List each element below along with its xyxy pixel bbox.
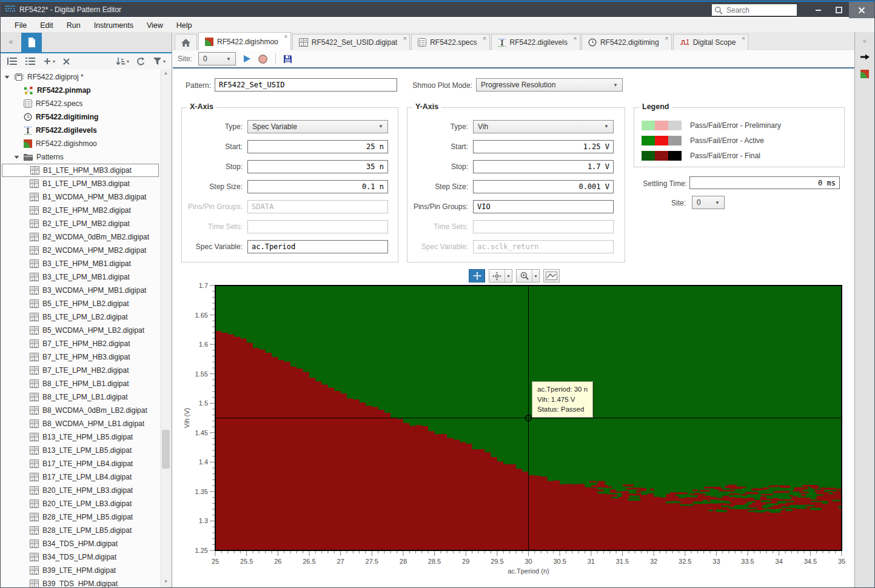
pattern-item[interactable]: 0H1LB5_WCDMA_HPM_LB2.digipat xyxy=(1,324,160,337)
pattern-item[interactable]: 0H1LB39_TDS_HPM.digipat xyxy=(1,577,160,587)
pattern-item[interactable]: 0H1LB20_LTE_LPM_LB3.digipat xyxy=(1,497,160,510)
pattern-item[interactable]: 0H1LB8_WCDMA_HPM_LB1.digipat xyxy=(1,417,160,430)
x-axis-step-size-input[interactable] xyxy=(247,180,388,193)
sidebar-tool-refresh-button[interactable] xyxy=(136,57,146,66)
pattern-item[interactable]: 0H1LB7_LTE_HPM_HB3.digipat xyxy=(1,350,160,364)
pattern-item[interactable]: 0H1LB2_LTE_LPM_MB2.digipat xyxy=(1,217,160,230)
pattern-item[interactable]: 0H1LB1_LTE_HPM_MB3.digipat xyxy=(2,164,159,177)
pattern-item[interactable]: 0H1LB8_LTE_HPM_LB1.digipat xyxy=(1,377,160,390)
menu-item-instruments[interactable]: Instruments xyxy=(87,21,140,30)
sidebar-tool-remove-button[interactable] xyxy=(62,58,70,65)
pattern-item[interactable]: 0H1LB3_WCDMA_HPM_MB1.digipat xyxy=(1,284,160,297)
tab-rf5422-specs[interactable]: RF5422.specs✕ xyxy=(411,34,489,50)
plot-tool-zoom-button[interactable]: ▾ xyxy=(516,269,540,282)
sidebar-tab-files[interactable] xyxy=(21,33,42,52)
sidebar-tool-outline-view-button[interactable] xyxy=(7,57,18,65)
shmoo-panel-icon[interactable] xyxy=(860,70,869,78)
pattern-input[interactable] xyxy=(215,78,397,92)
pattern-item[interactable]: 0H1LB5_LTE_HPM_LB2.digipat xyxy=(1,297,160,310)
pattern-item[interactable]: 0H1LB28_LTE_HPM_LB5.digipat xyxy=(1,510,160,524)
pattern-item[interactable]: 0H1LB3_LTE_LPM_MB1.digipat xyxy=(1,270,160,284)
y-axis-step-size-input[interactable] xyxy=(473,180,614,193)
tab-rf5422-digilevels[interactable]: RF5422.digilevels✕ xyxy=(491,34,580,50)
y-axis-type-select[interactable]: Vih▼ xyxy=(473,120,614,133)
x-axis-spec-variable-input[interactable] xyxy=(247,240,388,253)
pattern-item[interactable]: 0H1LB17_LTE_LPM_LB4.digipat xyxy=(1,470,160,484)
tree-item-rf5422-digishmoo[interactable]: RF5422.digishmoo xyxy=(1,137,160,150)
menu-item-edit[interactable]: Edit xyxy=(33,21,60,30)
shmoo-plot-mode-select[interactable]: Progressive Resolution ▼ xyxy=(476,78,623,92)
plot-tool-cursor-button[interactable] xyxy=(469,269,485,282)
pattern-item[interactable]: 0H1LB34_TDS_HPM.digipat xyxy=(1,537,160,550)
expander-icon[interactable] xyxy=(14,155,20,159)
pattern-item[interactable]: 0H1LB2_LTE_HPM_MB2.digipat xyxy=(1,204,160,217)
tab-rf5422-digitiming[interactable]: RF5422.digitiming✕ xyxy=(582,34,672,50)
tree-item-rf5422-specs[interactable]: RF5422.specs xyxy=(1,97,160,110)
pattern-item[interactable]: 0H1LB8_LTE_LPM_LB1.digipat xyxy=(1,390,160,404)
tab-digital-scope[interactable]: Digital Scope✕ xyxy=(673,34,749,50)
scroll-down-icon[interactable]: ▼ xyxy=(161,578,170,586)
site-select-secondary[interactable]: 0 ▼ xyxy=(692,196,725,209)
pattern-item[interactable]: 0H1LB13_LTE_HPM_LB5.digipat xyxy=(1,430,160,444)
tab-rf5422-digishmoo[interactable]: RF5422.digishmoo✕ xyxy=(198,32,291,50)
y-axis-pins-pin-groups-input[interactable] xyxy=(473,200,614,213)
minimize-button[interactable] xyxy=(808,2,828,18)
sidebar-tool-list-view-button[interactable] xyxy=(25,57,36,65)
tree-item-patterns[interactable]: Patterns xyxy=(1,150,160,164)
tree-item-rf5422-digilevels[interactable]: RF5422.digilevels xyxy=(1,124,160,137)
pattern-item[interactable]: 0H1LB7_LTE_LPM_HB2.digipat xyxy=(1,364,160,377)
menu-item-help[interactable]: Help xyxy=(170,21,199,30)
pattern-item[interactable]: 0H1LB7_LTE_HPM_HB2.digipat xyxy=(1,337,160,350)
pattern-item[interactable]: 0H1LB28_LTE_LPM_LB5.digipat xyxy=(1,524,160,537)
tree-item-rf5422-digiproj[interactable]: RF5422.digiproj * xyxy=(1,70,160,84)
close-tab-icon[interactable]: ✕ xyxy=(403,36,407,41)
sidebar-tool-sort-button[interactable]: ▾ xyxy=(115,57,129,66)
x-axis-type-select[interactable]: Spec Variable▼ xyxy=(247,120,388,133)
pattern-item[interactable]: 0H1LB2_WCDMA_HPM_MB2.digipat xyxy=(1,244,160,257)
close-tab-icon[interactable]: ✕ xyxy=(665,36,669,41)
close-tab-icon[interactable]: ✕ xyxy=(573,36,577,41)
x-axis-stop-input[interactable] xyxy=(247,160,388,173)
pattern-item[interactable]: 0H1LB39_LTE_HPM.digipat xyxy=(1,564,160,577)
menu-item-run[interactable]: Run xyxy=(60,21,87,30)
menu-item-view[interactable]: View xyxy=(140,21,170,30)
sidebar-tool-filter-button[interactable]: ▾ xyxy=(153,57,166,65)
settling-time-input[interactable] xyxy=(689,176,840,189)
y-axis-start-input[interactable] xyxy=(473,140,614,153)
stop-button[interactable] xyxy=(258,54,268,64)
sidebar-tool-add-button[interactable]: ▾ xyxy=(43,57,55,65)
tab-home[interactable] xyxy=(175,34,197,50)
plot-tool-pan-button[interactable]: ▾ xyxy=(489,269,512,282)
shmoo-plot[interactable]: 2525.52626.52727.52828.52929.53030.53131… xyxy=(181,282,851,580)
plot-tool-fit-button[interactable] xyxy=(543,269,560,282)
pattern-item[interactable]: 0H1LB13_LTE_LPM_LB5.digipat xyxy=(1,444,160,457)
y-axis-stop-input[interactable] xyxy=(473,160,614,173)
scroll-up-icon[interactable]: ▲ xyxy=(161,69,170,78)
run-button[interactable] xyxy=(242,54,252,64)
tree-scrollbar[interactable]: ▲ ▼ xyxy=(161,69,170,586)
x-axis-start-input[interactable] xyxy=(247,140,388,153)
close-button[interactable] xyxy=(849,2,874,18)
pattern-item[interactable]: 0H1LB34_TDS_LPM.digipat xyxy=(1,550,160,564)
tree-item-rf5422-digitiming[interactable]: RF5422.digitiming xyxy=(1,110,160,124)
search-input[interactable] xyxy=(725,5,794,15)
close-tab-icon[interactable]: ✕ xyxy=(742,36,746,41)
collapse-sidebar-button[interactable]: « xyxy=(4,36,18,48)
maximize-button[interactable] xyxy=(828,2,849,18)
tree-item-rf5422-pinmap[interactable]: RF5422.pinmap xyxy=(1,84,160,97)
pattern-item[interactable]: 0H1LB17_LTE_HPM_LB4.digipat xyxy=(1,457,160,470)
chevron-down-icon[interactable]: ▾ xyxy=(505,270,512,282)
pattern-item[interactable]: 0H1LB3_LTE_HPM_MB1.digipat xyxy=(1,257,160,270)
pattern-item[interactable]: 0H1LB1_LTE_LPM_MB3.digipat xyxy=(1,177,160,190)
chevron-down-icon[interactable]: ▾ xyxy=(532,270,539,282)
pattern-item[interactable]: 0H1LB8_WCDMA_0dBm_LB2.digipat xyxy=(1,404,160,417)
pattern-item[interactable]: 0H1LB2_WCDMA_0dBm_MB2.digipat xyxy=(1,230,160,244)
expander-icon[interactable] xyxy=(4,75,10,79)
site-select[interactable]: 0 ▼ xyxy=(198,52,236,65)
close-tab-icon[interactable]: ✕ xyxy=(284,34,288,39)
menu-item-file[interactable]: File xyxy=(8,21,33,30)
pattern-item[interactable]: 0H1LB1_WCDMA_HPM_MB3.digipat xyxy=(1,190,160,204)
pattern-item[interactable]: 0H1LB5_LTE_LPM_LB2.digipat xyxy=(1,310,160,324)
scrollbar-thumb[interactable] xyxy=(162,430,170,469)
arrow-right-icon[interactable] xyxy=(860,53,870,61)
